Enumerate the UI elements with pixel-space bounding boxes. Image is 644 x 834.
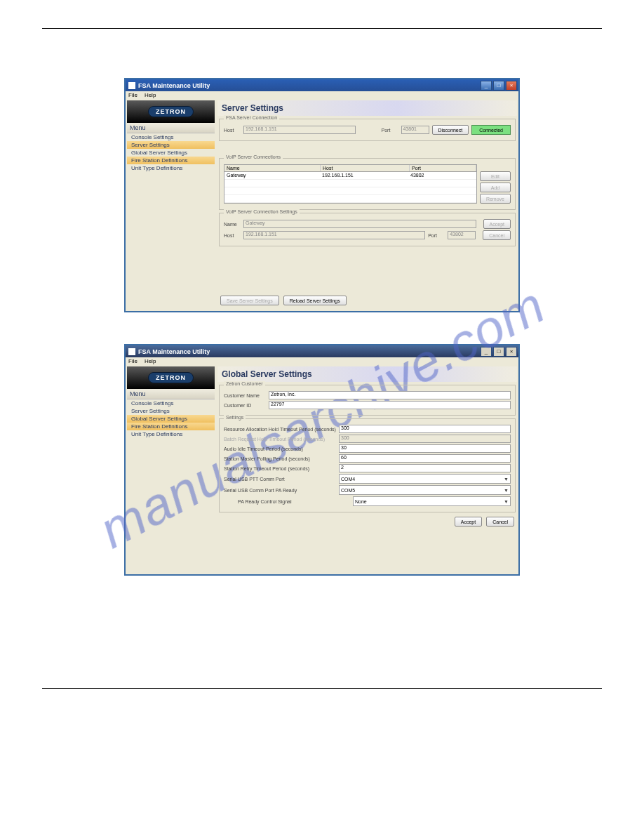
resource-allocation-input[interactable]: 300 [339, 425, 511, 433]
sidebar-item-global-server-settings[interactable]: Global Server Settings [127, 149, 215, 157]
audio-idle-label: Audio Idle Timeout Period (seconds) [224, 446, 336, 451]
group-label: FSA Server Connection [224, 115, 279, 120]
station-polling-input[interactable]: 60 [339, 454, 511, 463]
sidebar: ZETRON Menu Console Settings Server Sett… [127, 100, 215, 310]
batch-request-label: Batch Request Hold Timeout Period (secon… [224, 437, 336, 442]
table-row[interactable] [224, 187, 476, 195]
titlebar[interactable]: FSA Maintenance Utility _ □ × [126, 345, 518, 357]
app-icon [128, 348, 135, 355]
serial-usb-pa-label: Serial USB Comm Port PA Ready [224, 488, 336, 493]
sidebar-item-server-settings[interactable]: Server Settings [127, 141, 215, 149]
col-port[interactable]: Port [410, 165, 476, 171]
titlebar[interactable]: FSA Maintenance Utility _ □ × [126, 79, 518, 91]
pa-ready-signal-label: PA Ready Control Signal [224, 499, 350, 504]
menu-file[interactable]: File [128, 358, 137, 364]
group-label: VoIP Server Connections [224, 154, 283, 159]
host-label: Host [224, 128, 241, 133]
chevron-down-icon: ▼ [504, 477, 509, 482]
menu-heading: Menu [127, 123, 215, 133]
resource-allocation-label: Resource Allocation Hold Timeout Period … [224, 427, 336, 432]
page-title: Server Settings [217, 100, 517, 116]
select-value: None [355, 499, 367, 504]
window-title: FSA Maintenance Utility [138, 348, 481, 355]
minimize-button[interactable]: _ [481, 347, 492, 357]
save-server-settings-button[interactable]: Save Server Settings [220, 296, 279, 305]
group-label: VoIP Server Connection Settings [224, 209, 300, 214]
station-polling-label: Station Master Polling Period (seconds) [224, 456, 336, 461]
page-title: Global Server Settings [217, 366, 517, 382]
table-row[interactable] [224, 180, 476, 187]
chevron-down-icon: ▼ [504, 499, 509, 504]
accept-button[interactable]: Accept [455, 517, 482, 527]
window-server-settings: FSA Maintenance Utility _ □ × File Help … [124, 78, 520, 312]
chevron-down-icon: ▼ [504, 488, 509, 493]
customer-name-input[interactable]: Zetron, Inc. [269, 391, 511, 399]
divider-top [42, 28, 602, 29]
accept-button[interactable]: Accept [483, 219, 511, 229]
window-title: FSA Maintenance Utility [138, 82, 481, 89]
batch-request-input: 300 [339, 435, 511, 443]
sidebar-item-server-settings[interactable]: Server Settings [127, 407, 215, 415]
host-input[interactable]: 192.168.1.151 [243, 231, 425, 239]
logo-text: ZETRON [148, 372, 194, 383]
menu-file[interactable]: File [128, 92, 137, 98]
sidebar-item-unit-type-definitions[interactable]: Unit Type Definitions [127, 430, 215, 438]
sidebar-item-unit-type-definitions[interactable]: Unit Type Definitions [127, 164, 215, 172]
menubar: File Help [126, 357, 518, 365]
group-label: Zetron Customer [224, 381, 265, 386]
voip-table: Name Host Port Gateway 192.168.1.151 438… [224, 164, 477, 204]
col-host[interactable]: Host [321, 165, 410, 171]
close-button[interactable]: × [506, 81, 517, 91]
maximize-button[interactable]: □ [493, 347, 504, 357]
sidebar-item-global-server-settings[interactable]: Global Server Settings [127, 415, 215, 423]
reload-server-settings-button[interactable]: Reload Server Settings [283, 296, 347, 305]
port-label: Port [428, 233, 445, 238]
sidebar-item-console-settings[interactable]: Console Settings [127, 399, 215, 407]
sidebar-item-fire-station-definitions[interactable]: Fire Station Definitions [127, 423, 215, 430]
logo-text: ZETRON [148, 106, 194, 117]
select-value: COM5 [341, 488, 355, 493]
cancel-button[interactable]: Cancel [486, 517, 514, 527]
settings-group: Settings Resource Allocation Hold Timeou… [219, 418, 516, 512]
sidebar: ZETRON Menu Console Settings Server Sett… [127, 366, 215, 573]
menu-help[interactable]: Help [145, 92, 156, 98]
port-label: Port [382, 128, 398, 133]
serial-usb-ptt-select[interactable]: COM4▼ [339, 474, 511, 484]
cancel-button[interactable]: Cancel [483, 230, 511, 240]
customer-id-input[interactable]: 22797 [269, 401, 511, 409]
host-input[interactable]: 192.168.1.151 [243, 126, 356, 134]
cell-port: 43802 [408, 172, 476, 179]
table-row[interactable] [224, 195, 476, 203]
customer-name-label: Customer Name [224, 393, 266, 398]
edit-button[interactable]: Edit [480, 171, 511, 181]
disconnect-button[interactable]: Disconnect [432, 125, 469, 135]
pa-ready-signal-select[interactable]: None▼ [353, 496, 511, 506]
port-input[interactable]: 43802 [448, 231, 476, 239]
window-global-server-settings: FSA Maintenance Utility _ □ × File Help … [124, 344, 520, 576]
station-retry-input[interactable]: 2 [339, 464, 511, 472]
maximize-button[interactable]: □ [493, 81, 504, 91]
col-name[interactable]: Name [224, 165, 321, 171]
menu-help[interactable]: Help [145, 358, 156, 364]
serial-usb-ptt-label: Serial USB PTT Comm Port [224, 477, 336, 482]
close-button[interactable]: × [506, 347, 517, 357]
remove-button[interactable]: Remove [480, 194, 511, 204]
name-input[interactable]: Gateway [243, 220, 476, 228]
cell-name: Gateway [224, 172, 320, 179]
serial-usb-pa-select[interactable]: COM5▼ [339, 485, 511, 495]
sidebar-item-fire-station-definitions[interactable]: Fire Station Definitions [127, 157, 215, 164]
cell-host: 192.168.1.151 [320, 172, 408, 179]
logo: ZETRON [127, 366, 215, 389]
minimize-button[interactable]: _ [481, 81, 492, 91]
add-button[interactable]: Add [480, 183, 511, 192]
sidebar-item-console-settings[interactable]: Console Settings [127, 133, 215, 141]
host-label: Host [224, 233, 241, 238]
voip-connections-group: VoIP Server Connections Name Host Port G… [219, 158, 516, 210]
table-row[interactable]: Gateway 192.168.1.151 43802 [224, 172, 476, 180]
menu-heading: Menu [127, 389, 215, 399]
connection-status: Connected [471, 125, 511, 135]
audio-idle-input[interactable]: 30 [339, 444, 511, 453]
port-input[interactable]: 43801 [401, 126, 429, 134]
logo: ZETRON [127, 100, 215, 123]
select-value: COM4 [341, 477, 355, 482]
